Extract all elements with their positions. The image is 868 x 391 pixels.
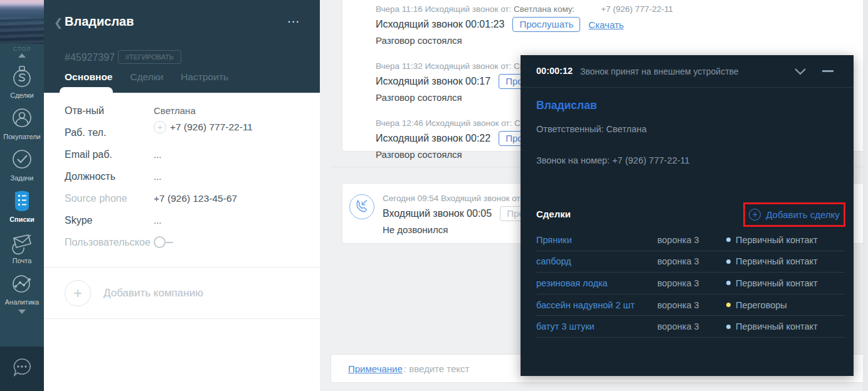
field-label: Отв-ный: [65, 105, 154, 117]
support-chat-icon[interactable]: [8, 354, 36, 384]
status-dot: [726, 281, 731, 285]
back-chevron-icon[interactable]: ❮: [54, 16, 63, 29]
deal-link[interactable]: сапборд: [536, 256, 657, 266]
call-title: Входящий звонок 00:05: [383, 208, 492, 219]
mail-icon: [0, 229, 44, 255]
field-value[interactable]: +7 (926) 123-45-67: [154, 193, 237, 204]
deal-row: сапборд воронка 3 Первичный контакт: [536, 251, 845, 273]
listen-button[interactable]: Прослушать: [512, 17, 580, 32]
section-divider: [44, 267, 320, 268]
section-divider: [44, 318, 320, 319]
note-type-selector[interactable]: Примечание: [348, 363, 403, 374]
field-label: Skype: [65, 215, 154, 226]
support-chat-section: [0, 347, 44, 391]
call-title: Исходящий звонок 00:01:23: [376, 19, 504, 30]
field-row-source-phone: Source phone +7 (926) 123-45-67: [44, 187, 320, 209]
nav-scroll-up-icon[interactable]: [18, 53, 26, 58]
call-popup: 00:00:12 Звонок принят на внешнем устрой…: [521, 55, 854, 376]
status-dot: [726, 303, 731, 307]
field-label: Должность: [65, 171, 154, 182]
call-meta: Вчера 11:16 Исходящий звонок от: Светлан…: [376, 4, 851, 14]
field-value[interactable]: ...: [154, 215, 162, 226]
field-value[interactable]: ...: [154, 149, 162, 160]
incoming-call-icon: [349, 194, 374, 219]
contact-fields: Отв-ный Светлана Раб. тел. + +7 (926) 77…: [44, 93, 320, 391]
add-phone-icon[interactable]: +: [154, 121, 166, 133]
add-deal-button[interactable]: + Добавить сделку: [743, 202, 845, 227]
deal-pipeline: воронка 3: [657, 321, 726, 331]
call-title: Исходящий звонок 00:22: [376, 133, 490, 144]
sidebar-item-customers[interactable]: Покупатели: [0, 105, 44, 140]
minimize-icon[interactable]: [822, 70, 834, 72]
analytics-icon: [0, 270, 44, 296]
tab-main[interactable]: Основное: [65, 71, 113, 83]
call-timer: 00:00:12: [536, 66, 573, 76]
add-deal-label: Добавить сделку: [766, 209, 840, 220]
deals-section-title: Сделки: [536, 209, 571, 219]
add-company-plus-icon: +: [65, 280, 91, 306]
deal-status: Первичный контакт: [726, 278, 818, 288]
nav-scroll-down-icon[interactable]: [18, 310, 26, 314]
nav-sidebar: СТОЛ Сделки Покупатели: [0, 0, 44, 391]
contact-tabs: Основное Сделки Настроить: [65, 71, 228, 83]
deal-pipeline: воронка 3: [657, 256, 726, 266]
call-result: Разговор состоялся: [376, 35, 851, 46]
deal-link[interactable]: Пряники: [536, 235, 657, 245]
field-value[interactable]: +7 (926) 777-22-11: [170, 122, 253, 133]
contact-header: ❮ Владислав ... #45927397 #ТЕГИРОВАТЬ Ос…: [44, 0, 320, 93]
workspace-photo: [0, 0, 44, 44]
sidebar-item-tasks[interactable]: Задачи: [0, 146, 44, 182]
deal-row: резиновая лодка воронка 3 Первичный конт…: [536, 273, 845, 295]
field-label: Пользовательское: [65, 237, 154, 248]
sidebar-item-mail[interactable]: Почта: [0, 229, 44, 264]
deal-status: Первичный контакт: [726, 256, 818, 266]
contact-title: Владислав: [65, 14, 134, 29]
deal-row: бассейн надувной 2 шт воронка 3 Перегово…: [536, 295, 845, 316]
popup-responsible: Ответственный: Светлана: [536, 124, 647, 134]
more-menu-icon[interactable]: ...: [287, 11, 300, 26]
field-value[interactable]: Светлана: [154, 105, 196, 116]
add-deal-plus-icon: +: [749, 209, 761, 221]
field-row-position: Должность ...: [44, 165, 320, 187]
deal-status: Переговоры: [726, 300, 787, 310]
popup-contact-link[interactable]: Владислав: [536, 99, 597, 112]
tag-button[interactable]: #ТЕГИРОВАТЬ: [118, 50, 181, 64]
contact-panel: ❮ Владислав ... #45927397 #ТЕГИРОВАТЬ Ос…: [44, 0, 320, 391]
field-value[interactable]: ...: [154, 171, 162, 182]
deal-link[interactable]: батут 3 штуки: [536, 321, 657, 331]
active-tab-indicator: [60, 87, 113, 93]
leads-icon: [0, 63, 44, 90]
deal-status: Первичный контакт: [726, 235, 818, 245]
deal-pipeline: воронка 3: [657, 300, 726, 310]
chevron-down-icon[interactable]: [794, 66, 807, 78]
field-label: Source phone: [65, 193, 154, 204]
field-row-skype: Skype ...: [44, 209, 320, 231]
tab-deals[interactable]: Сделки: [130, 71, 164, 83]
field-label: Раб. тел.: [65, 127, 154, 138]
deal-pipeline: воронка 3: [657, 278, 726, 288]
contact-id: #45927397: [65, 52, 115, 63]
deal-status: Первичный контакт: [726, 321, 818, 331]
scrollbar[interactable]: [863, 0, 868, 391]
feed-call-entry: Вчера 11:16 Исходящий звонок от: Светлан…: [376, 4, 851, 46]
deal-row: батут 3 штуки воронка 3 Первичный контак…: [536, 316, 845, 338]
call-popup-header: 00:00:12 Звонок принят на внешнем устрой…: [521, 55, 854, 88]
deal-link[interactable]: резиновая лодка: [536, 278, 657, 288]
deal-link[interactable]: бассейн надувной 2 шт: [536, 300, 657, 310]
deal-pipeline: воронка 3: [657, 235, 726, 245]
call-meta-phone: +7 (926) 777-22-11: [601, 4, 673, 14]
sidebar-item-lists[interactable]: Списки: [0, 187, 44, 223]
sidebar-item-analytics[interactable]: Аналитика: [0, 270, 44, 306]
popup-call-number: Звонок на номер: +7 (926) 777-22-11: [536, 155, 690, 165]
call-status: Звонок принят на внешнем устройстве: [580, 66, 739, 76]
custom-field-toggle[interactable]: [154, 236, 166, 248]
partial-nav-label: СТОЛ: [0, 46, 44, 52]
lists-icon: [0, 187, 44, 214]
tab-setup[interactable]: Настроить: [181, 71, 228, 83]
field-row-custom: Пользовательское: [44, 231, 320, 253]
status-dot: [726, 237, 731, 242]
sidebar-item-leads[interactable]: Сделки: [0, 63, 44, 99]
download-link[interactable]: Скачать: [588, 19, 623, 30]
deals-list: Пряники воронка 3 Первичный контакт сапб…: [536, 229, 845, 338]
add-company-button[interactable]: + Добавить компанию: [44, 276, 320, 311]
